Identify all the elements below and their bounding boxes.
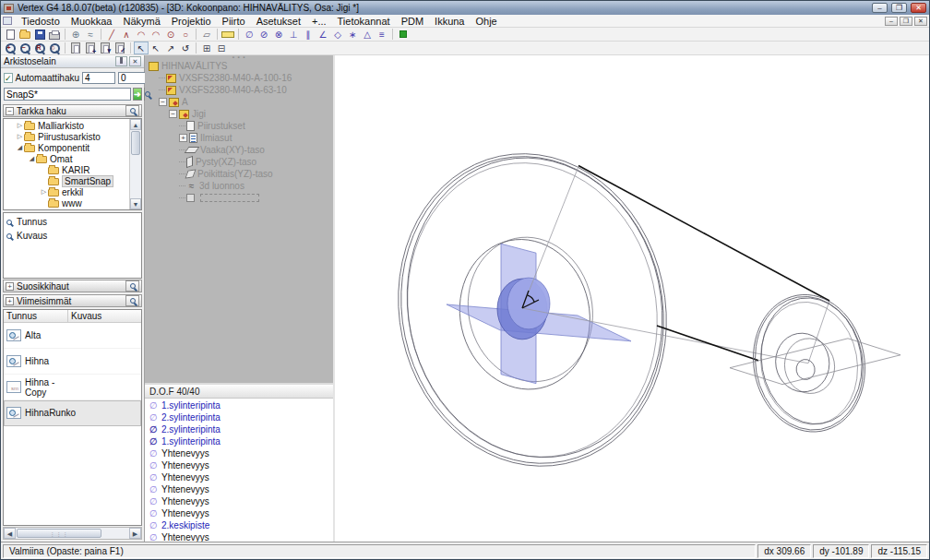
autosearch-count-field[interactable] (82, 72, 115, 84)
close-button[interactable]: ✕ (911, 3, 926, 13)
model-tree-item-piirustukset[interactable]: Piirustukset (147, 120, 333, 132)
copy-to-clipboard-button[interactable] (68, 42, 83, 54)
archive-horizontal-scrollbar[interactable]: ◀ ⋮⋮⋮ ▶ (3, 527, 142, 540)
expand-icon[interactable]: + (6, 297, 14, 305)
scroll-right-icon[interactable]: ▶ (129, 528, 141, 539)
insert-link-button[interactable]: ≈ (83, 28, 98, 41)
child-minimize-button[interactable]: – (885, 17, 898, 26)
menu-item-projektio[interactable]: Projektio (166, 15, 217, 28)
expand-icon[interactable]: + (6, 282, 14, 291)
dof-item[interactable]: ∅Yhtenevyys (145, 483, 333, 495)
recent-item-hihnarunko[interactable]: HihnaRunko (4, 400, 141, 426)
menu-item-ikkuna[interactable]: Ikkuna (429, 15, 470, 28)
model-tree-item-jigi[interactable]: −Jigi (147, 108, 333, 120)
favorites-header[interactable]: + Suosikkihaut (3, 280, 142, 292)
tree-expander-icon[interactable]: ▷ (16, 133, 24, 140)
minimize-button[interactable]: – (872, 3, 888, 13)
filter-row-tunnus[interactable]: Tunnus (6, 215, 138, 229)
scrollbar-thumb[interactable] (131, 131, 140, 155)
select-previous-button[interactable]: ↺ (178, 42, 193, 54)
archive-tree-scrollbar[interactable]: ▲ ▼ (129, 119, 141, 209)
tree-expander-icon[interactable]: ◢ (16, 144, 24, 151)
menu-item--[interactable]: +... (306, 15, 332, 28)
tree-expander-icon[interactable]: ▷ (16, 122, 24, 129)
dof-item[interactable]: ∅1.sylinteripinta (145, 435, 333, 447)
document-icon[interactable] (3, 17, 12, 25)
model-tree-item-placeholder[interactable] (147, 192, 333, 204)
archive-tree-item-vakiot[interactable]: ▷Vakiot (4, 209, 129, 210)
dof-item[interactable]: ∅Yhtenevyys (145, 495, 333, 507)
menu-item-n-kym-[interactable]: Näkymä (117, 15, 165, 28)
archive-tree-item-malliarkisto[interactable]: ▷Malliarkisto (4, 120, 129, 131)
recent-item-alta[interactable]: Alta (4, 323, 141, 349)
draw-circle-button[interactable]: ○ (178, 28, 193, 41)
apply-button[interactable] (396, 28, 411, 41)
add-component-button[interactable]: ⊕ (68, 28, 83, 41)
print-button[interactable] (47, 28, 62, 41)
model-tree-item-a[interactable]: −A (147, 96, 333, 108)
constraint-tangent-button[interactable]: ⊗ (271, 28, 286, 41)
recent-item-hihna[interactable]: Hihna (4, 349, 141, 375)
constraint-perpendicular-button[interactable]: ⊥ (286, 28, 301, 41)
favorites-magnifier[interactable] (125, 280, 139, 292)
search-input[interactable] (4, 88, 131, 101)
save-button[interactable] (32, 28, 47, 41)
dof-item[interactable]: ∅2.sylinteripinta (145, 423, 333, 435)
dof-item[interactable]: ∅Yhtenevyys (145, 459, 333, 471)
zoom-in-button[interactable]: + (3, 42, 18, 54)
dimension-button[interactable] (221, 28, 235, 41)
dof-item[interactable]: ∅1.sylinteripinta (145, 399, 333, 411)
model-tree-item-ilmiasut[interactable]: +Ilmiasut (147, 132, 333, 144)
recent-item-hihna-copy[interactable]: Hihna - Copy (4, 375, 141, 400)
archive-tree-item-komponentit[interactable]: ◢Komponentit (4, 142, 129, 153)
model-tree-item-poikittais(yz)-taso[interactable]: Poikittais(YZ)-taso (147, 168, 333, 180)
zoom-previous-button[interactable]: R (32, 42, 47, 54)
menu-item-tietokannat[interactable]: Tietokannat (332, 15, 396, 28)
constraint-concentric-button[interactable]: ⊘ (256, 28, 271, 41)
archive-tree-item-piirustusarkisto[interactable]: ▷Piirustusarkisto (4, 131, 129, 142)
advanced-search-magnifier[interactable] (125, 105, 139, 116)
tree-expander-icon[interactable]: ◢ (28, 155, 36, 162)
draw-circle-center-button[interactable]: ⊙ (163, 28, 178, 41)
advanced-search-header[interactable]: − Tarkka haku (3, 104, 142, 117)
dof-item[interactable]: ∅2.keskipiste (145, 519, 333, 531)
filter-row-kuvaus[interactable]: Kuvaus (6, 229, 138, 243)
new-document-button[interactable] (3, 28, 18, 41)
recent-magnifier[interactable] (125, 295, 139, 306)
constraint-symmetry-button[interactable]: △ (360, 28, 375, 41)
open-button[interactable] (18, 28, 32, 41)
select-element-button[interactable]: ↗ (163, 42, 178, 54)
paste-button[interactable]: ▾ (98, 42, 113, 54)
restore-button[interactable]: ❐ (891, 3, 907, 13)
pin-icon[interactable] (115, 56, 127, 66)
menu-item-ohje[interactable]: Ohje (471, 15, 503, 28)
dof-item[interactable]: ∅Yhtenevyys (145, 471, 333, 483)
zoom-all-button[interactable]: ○ (47, 42, 62, 54)
dof-item[interactable]: ∅2.sylinteripinta (145, 411, 333, 423)
constraint-coincident-button[interactable]: ∅ (242, 28, 256, 41)
archive-tree-item-erkkil[interactable]: ▷erkkil (4, 186, 129, 197)
model-tree-item-vxsfs2380-m40-a-63-10[interactable]: VXSFS2380-M40-A-63-10 (147, 84, 333, 96)
scroll-up-icon[interactable]: ▲ (130, 119, 141, 130)
menu-item-pdm[interactable]: PDM (396, 15, 429, 28)
dof-item[interactable]: ∅Yhtenevyys (145, 531, 333, 542)
archive-tree-item-www[interactable]: www (4, 197, 129, 209)
3d-viewport[interactable] (335, 55, 929, 542)
constraint-parallel-button[interactable]: ∥ (301, 28, 316, 41)
dof-item[interactable]: ∅Yhtenevyys (145, 447, 333, 459)
dof-item[interactable]: ∅Yhtenevyys (145, 507, 333, 519)
menu-item-muokkaa[interactable]: Muokkaa (66, 15, 118, 28)
draw-arc-button[interactable]: ◠ (134, 28, 149, 41)
menu-item-piirto[interactable]: Piirto (217, 15, 251, 28)
model-tree-item-vxsfs2380-m40-a-100-16[interactable]: VXSFS2380-M40-A-100-16 (147, 72, 333, 84)
tree-expander-icon[interactable]: − (169, 110, 177, 118)
draw-polyline-button[interactable]: ∧ (119, 28, 134, 41)
scrollbar-thumb[interactable]: ⋮⋮⋮ (17, 529, 101, 538)
child-restore-button[interactable]: ❐ (900, 17, 912, 26)
column-header-kuvaus[interactable]: Kuvaus (68, 310, 141, 322)
copy-append-button[interactable]: + (83, 42, 98, 54)
close-panel-icon[interactable]: ✕ (129, 56, 141, 66)
select-add-button[interactable]: ↖ (149, 42, 163, 54)
constraint-fix-button[interactable]: ∗ (345, 28, 360, 41)
archive-tree-item-karir[interactable]: KARIR (4, 164, 129, 175)
